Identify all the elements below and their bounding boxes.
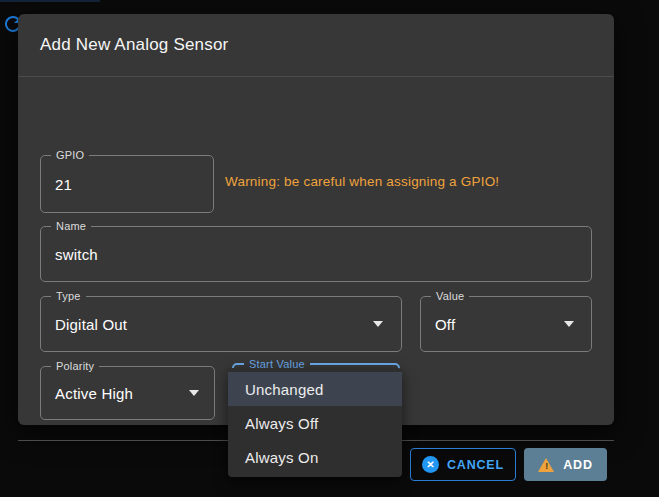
page-background: { "colors": { "accent_blue": "#2196f3", …: [0, 0, 659, 497]
menu-option-always-on[interactable]: Always On: [228, 440, 402, 474]
menu-option-always-off[interactable]: Always Off: [228, 406, 402, 440]
type-value: Digital Out: [55, 316, 127, 333]
cancel-button-label: CANCEL: [447, 458, 504, 472]
gpio-value: 21: [55, 176, 72, 193]
type-label: Type: [51, 290, 86, 303]
menu-option-unchanged[interactable]: Unchanged: [228, 372, 402, 406]
start-value-dropdown-menu: Unchanged Always Off Always On: [228, 368, 402, 477]
name-label: Name: [51, 220, 91, 233]
value-label: Value: [431, 290, 469, 303]
name-input[interactable]: Name switch: [40, 226, 592, 282]
cancel-button[interactable]: ✕ CANCEL: [410, 448, 516, 481]
chevron-down-icon: [189, 390, 199, 396]
gpio-warning-text: Warning: be careful when assigning a GPI…: [225, 174, 499, 189]
name-value: switch: [55, 246, 98, 263]
polarity-label: Polarity: [51, 360, 99, 373]
add-button-label: ADD: [563, 458, 592, 472]
type-select[interactable]: Type Digital Out: [40, 296, 402, 352]
cancel-circle-x-icon: ✕: [422, 456, 439, 473]
warning-triangle-icon: !: [538, 457, 555, 472]
chevron-down-icon: [564, 321, 574, 327]
gpio-label: GPIO: [51, 149, 89, 162]
value-select[interactable]: Value Off: [420, 296, 592, 352]
background-toolbar-edge: [0, 0, 100, 2]
polarity-select[interactable]: Polarity Active High: [40, 366, 215, 420]
add-analog-sensor-dialog: Add New Analog Sensor GPIO 21 Warning: b…: [18, 14, 614, 425]
chevron-down-icon: [373, 321, 383, 327]
dialog-title: Add New Analog Sensor: [40, 35, 229, 55]
dialog-header: Add New Analog Sensor: [18, 14, 614, 77]
polarity-value: Active High: [55, 385, 133, 402]
value-value: Off: [435, 316, 455, 333]
gpio-input[interactable]: GPIO 21: [40, 155, 214, 213]
add-button[interactable]: ! ADD: [524, 448, 607, 481]
